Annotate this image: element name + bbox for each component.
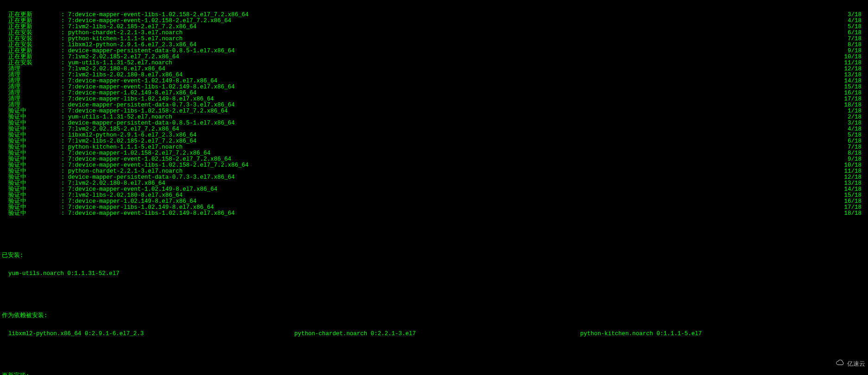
progress-package: : device-mapper-persistent-data-0.7.3-3.… [61, 175, 834, 181]
dep-installed-header: 作为依赖被安装: [2, 313, 866, 319]
blank-line [2, 289, 866, 295]
progress-status: 验证中 [8, 211, 61, 217]
watermark: 亿速云 [825, 354, 865, 373]
updated-header: 更新完毕: [2, 373, 866, 375]
progress-package: : 7:device-mapper-libs-1.02.158-2.el7_7.… [61, 108, 834, 114]
dep-installed-row: libxml2-python.x86_64 0:2.9.1-6.el7_2.3 … [2, 331, 866, 337]
blank-line [2, 349, 866, 355]
progress-package: : 7:lvm2-2.02.185-2.el7_7.2.x86_64 [61, 54, 834, 60]
dep-installed-item: python-chardet.noarch 0:2.2.1-3.el7 [294, 331, 581, 337]
dep-installed-item: python-kitchen.noarch 0:1.1.1-5.el7 [580, 331, 866, 337]
installed-header: 已安装: [2, 253, 866, 259]
terminal-output[interactable]: 正在更新: 7:device-mapper-event-libs-1.02.15… [0, 0, 868, 375]
progress-row: 验证中: 7:device-mapper-event-libs-1.02.149… [2, 211, 866, 217]
blank-line [2, 229, 866, 235]
progress-package: : 7:device-mapper-event-libs-1.02.149-8.… [61, 211, 834, 217]
cloud-icon [825, 354, 845, 373]
progress-package: : yum-utils-1.1.31-52.el7.noarch [61, 60, 834, 66]
dep-installed-item: libxml2-python.x86_64 0:2.9.1-6.el7_2.3 [8, 331, 294, 337]
installed-item: yum-utils.noarch 0:1.1.31-52.el7 [2, 271, 866, 277]
watermark-text: 亿速云 [847, 361, 865, 367]
progress-count: 18/18 [834, 211, 866, 217]
